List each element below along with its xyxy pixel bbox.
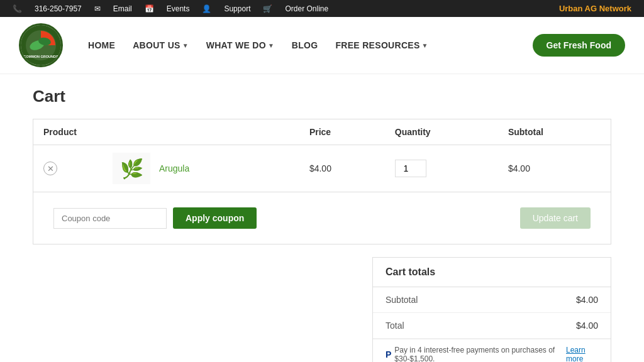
coupon-input[interactable]: [53, 208, 167, 229]
logo: COMMON GROUNDS: [19, 23, 63, 67]
paypal-info-text: Pay in 4 interest-free payments on purch…: [394, 346, 563, 362]
nav-home[interactable]: HOME: [88, 40, 115, 50]
quantity-col-header: Quantity: [385, 119, 498, 145]
brand-link[interactable]: Urban AG Network: [559, 4, 631, 13]
about-dropdown-arrow: ▼: [182, 42, 189, 49]
top-bar: 📞 316-250-7957 ✉ Email 📅 Events 👤 Suppor…: [0, 0, 644, 17]
nav-free-resources[interactable]: FREE RESOURCES ▼: [335, 40, 428, 50]
quantity-input[interactable]: [395, 160, 426, 177]
phone-link[interactable]: 316-250-7957: [35, 4, 82, 13]
product-col-header: Product: [33, 119, 299, 145]
order-online-link[interactable]: Order Online: [285, 4, 328, 13]
subtotal-label: Subtotal: [386, 295, 418, 305]
cart-totals: Cart totals Subtotal $4.00 Total $4.00 P…: [372, 257, 611, 362]
subtotal-row: Subtotal $4.00: [373, 287, 611, 313]
subtotal-col-header: Subtotal: [498, 119, 611, 145]
subtotal-value: $4.00: [576, 295, 598, 305]
product-cell: 🌿 Arugula: [103, 145, 299, 192]
total-label: Total: [386, 321, 404, 331]
price-cell: $4.00: [299, 145, 385, 192]
email-link[interactable]: Email: [113, 4, 132, 13]
support-icon: 👤: [202, 4, 211, 13]
logo-area: COMMON GROUNDS: [19, 23, 63, 67]
update-cart-button[interactable]: Update cart: [520, 207, 591, 229]
events-icon: 📅: [145, 4, 154, 13]
nav-about[interactable]: ABOUT US ▼: [133, 40, 188, 50]
get-fresh-button[interactable]: Get Fresh Food: [533, 34, 625, 57]
quantity-cell: [385, 145, 498, 192]
product-image: 🌿: [113, 153, 150, 184]
nav-about-link[interactable]: ABOUT US: [133, 40, 180, 50]
nav-what-link[interactable]: WHAT WE DO: [206, 40, 266, 50]
apply-coupon-button[interactable]: Apply coupon: [173, 207, 257, 229]
what-dropdown-arrow: ▼: [268, 42, 274, 49]
cart-totals-title: Cart totals: [373, 258, 611, 287]
remove-item-button[interactable]: ✕: [43, 162, 57, 175]
svg-text:COMMON GROUNDS: COMMON GROUNDS: [23, 55, 58, 58]
learn-more-link[interactable]: Learn more: [566, 346, 598, 362]
cart-item-row: ✕ 🌿 Arugula $4.00 $4.00: [33, 145, 611, 192]
phone-icon: 📞: [13, 4, 22, 13]
header: COMMON GROUNDS HOME ABOUT US ▼ WHAT WE D…: [0, 17, 644, 74]
price-col-header: Price: [299, 119, 385, 145]
coupon-area: Apply coupon Update cart: [43, 200, 601, 236]
support-link[interactable]: Support: [224, 4, 250, 13]
total-value: $4.00: [576, 321, 598, 331]
total-row: Total $4.00: [373, 313, 611, 339]
paypal-info: P Pay in 4 interest-free payments on pur…: [373, 339, 611, 362]
resources-dropdown-arrow: ▼: [422, 42, 428, 49]
remove-cell: ✕: [33, 145, 103, 192]
logo-svg: COMMON GROUNDS: [23, 28, 58, 63]
email-icon: ✉: [94, 4, 101, 13]
coupon-cell: Apply coupon Update cart: [33, 192, 611, 244]
cart-icon: 🛒: [263, 4, 272, 13]
cart-table: Product Price Quantity Subtotal ✕ 🌿 Arug…: [33, 119, 611, 244]
nav-resources-link[interactable]: FREE RESOURCES: [335, 40, 419, 50]
subtotal-cell: $4.00: [498, 145, 611, 192]
main-content: Cart Product Price Quantity Subtotal ✕ 🌿…: [20, 74, 624, 362]
cart-totals-wrapper: Cart totals Subtotal $4.00 Total $4.00 P…: [33, 257, 611, 362]
product-info: 🌿 Arugula: [113, 153, 289, 184]
page-title: Cart: [33, 87, 611, 106]
events-link[interactable]: Events: [167, 4, 190, 13]
coupon-row: Apply coupon Update cart: [33, 192, 611, 244]
paypal-p-icon: P: [386, 349, 391, 359]
product-name-link[interactable]: Arugula: [159, 163, 189, 173]
nav-blog[interactable]: BLOG: [292, 40, 318, 50]
main-nav: HOME ABOUT US ▼ WHAT WE DO ▼ BLOG FREE R…: [88, 40, 533, 50]
nav-what-we-do[interactable]: WHAT WE DO ▼: [206, 40, 274, 50]
